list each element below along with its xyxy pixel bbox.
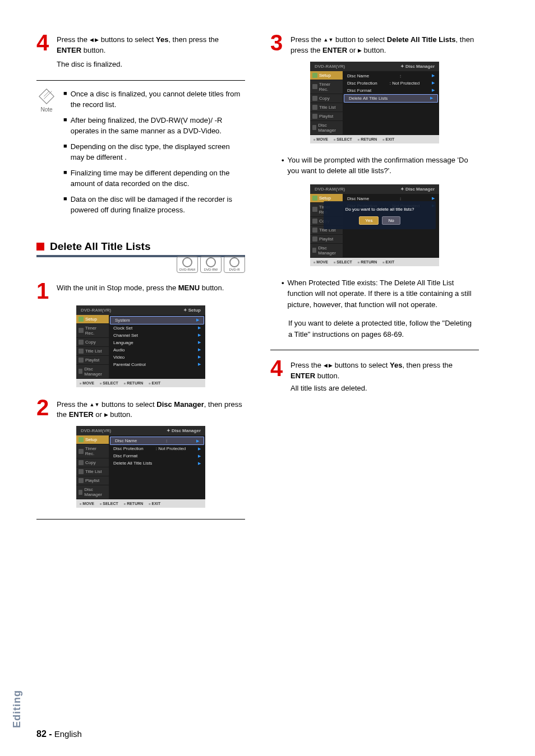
- osd-footer: MOVESELECTRETURNEXIT: [310, 258, 439, 266]
- step-text: buttons to select: [333, 361, 390, 369]
- step-2: 2 Press the ▲▼ buttons to select Disc Ma…: [36, 398, 245, 421]
- step-4-result: The disc is finalized.: [57, 59, 245, 70]
- step-text: or: [347, 46, 358, 54]
- nav-icon: [312, 248, 316, 253]
- osd-row: Disc Protection: Not Protected▶: [343, 80, 439, 87]
- right-icon: ▶: [104, 412, 108, 418]
- section-header: Delete All Title Lists DVD-RAM DVD-RW DV…: [36, 240, 245, 273]
- note-icon: [39, 89, 54, 104]
- osd-nav-item: Timer Rec.: [76, 324, 109, 337]
- osd-nav: Setup Timer Rec. Copy Title List Playlis…: [310, 71, 343, 135]
- left-column: 4 Press the ◀ ▶ buttons to select Yes, t…: [36, 34, 245, 528]
- note-item: ■After being finalized, the DVD-RW(V mod…: [63, 115, 245, 137]
- step-number: 4: [270, 359, 286, 394]
- disc-icon: DVD-R: [224, 256, 245, 273]
- info-bullet: •You will be prompted with the confirmat…: [282, 155, 473, 177]
- step-number: 4: [36, 34, 52, 56]
- bullet-text: You will be prompted with the confirmati…: [288, 155, 473, 177]
- osd-nav-item: Setup: [76, 315, 109, 323]
- note-text: Depending on the disc type, the displaye…: [71, 141, 245, 163]
- nav-icon: [79, 469, 84, 474]
- step-text: Press the: [57, 400, 90, 409]
- nav-icon: [312, 236, 317, 242]
- nav-icon: [79, 358, 84, 363]
- osd-row: Channel Set▶: [109, 332, 205, 339]
- osd-row: Video▶: [109, 354, 205, 361]
- yes-button: Yes: [359, 216, 379, 225]
- note-item: ■Depending on the disc type, the display…: [63, 141, 245, 163]
- osd-row: Audio▶: [109, 346, 205, 354]
- arrow-icon: ▶: [198, 447, 201, 451]
- osd-nav-item: Copy: [310, 94, 343, 103]
- osd-row: Disc Protection: Not Protected▶: [109, 445, 205, 452]
- yes-label: Yes: [390, 361, 402, 369]
- step-number: 3: [270, 34, 286, 56]
- note-label: Note: [40, 106, 52, 113]
- disc-icon: DVD-RAM: [177, 256, 198, 273]
- section-title: Delete All Title Lists: [50, 240, 151, 253]
- osd-title-left: DVD-RAM(VR): [81, 428, 111, 433]
- arrow-icon: ▶: [432, 73, 435, 78]
- osd-nav-item: Timer Rec.: [76, 444, 109, 458]
- nav-icon: [312, 105, 317, 110]
- osd-nav: Setup Timer Rec. Copy Title List Playlis…: [76, 435, 109, 499]
- enter-label: ENTER: [322, 46, 347, 54]
- osd-title-right: Disc Manager: [405, 187, 435, 192]
- divider: [36, 519, 245, 520]
- nav-icon: [312, 207, 317, 212]
- note-block: Note ■Once a disc is finalized, you cann…: [36, 80, 245, 220]
- arrow-icon: ▶: [432, 196, 435, 201]
- note-item: ■Data on the disc will be damaged if the…: [63, 194, 245, 216]
- osd-footer: MOVESELECTRETURNEXIT: [76, 379, 205, 387]
- note-item: ■Finalizing time may be different depend…: [63, 168, 245, 189]
- osd-row: Disc Name:▶: [110, 437, 204, 445]
- nav-icon: [79, 349, 84, 354]
- disc-type-icons: DVD-RAM DVD-RW DVD-R: [36, 256, 245, 273]
- osd-title-left: DVD-RAM(VR): [81, 308, 111, 313]
- enter-label: ENTER: [69, 410, 94, 419]
- arrow-icon: ▶: [198, 355, 201, 359]
- osd-nav-item: Copy: [76, 458, 109, 467]
- note-text: After being finalized, the DVD-RW(V mode…: [71, 115, 245, 137]
- step-4-result: All title lists are deleted.: [290, 383, 479, 394]
- osd-disc-manager: DVD-RAM(VR)✦ Disc Manager Setup Timer Re…: [76, 426, 205, 508]
- osd-title-left: DVD-RAM(VR): [315, 64, 345, 69]
- divider: [270, 350, 479, 350]
- osd-nav-item: Disc Manager: [310, 121, 343, 134]
- disc-manager-label: Disc Manager: [156, 400, 204, 409]
- osd-nav-item: Title List: [310, 103, 343, 112]
- nav-icon: [312, 125, 316, 130]
- right-column: 3 Press the ▲▼ button to select Delete A…: [270, 34, 479, 528]
- nav-icon: [312, 228, 317, 233]
- osd-footer: MOVESELECTRETURNEXIT: [310, 135, 439, 143]
- arrow-icon: ▶: [432, 81, 435, 85]
- arrow-icon: ▶: [198, 347, 201, 352]
- nav-icon: [312, 114, 317, 119]
- right-icon: ▶: [358, 48, 362, 53]
- nav-icon: [312, 196, 317, 201]
- osd-row: System▶: [110, 316, 204, 324]
- square-bullet-icon: ■: [63, 115, 67, 137]
- square-bullet-icon: ■: [63, 168, 67, 189]
- arrow-icon: ▶: [432, 88, 435, 92]
- arrow-icon: ▶: [198, 326, 201, 330]
- osd-nav-item: Title List: [76, 347, 109, 355]
- note-text: Data on the disc will be damaged if the …: [71, 194, 245, 216]
- osd-title-right: Disc Manager: [405, 64, 435, 69]
- step-text: button.: [315, 372, 339, 380]
- osd-confirmation-dialog: DVD-RAM(VR)✦ Disc Manager Setup Timer Re…: [310, 184, 439, 266]
- osd-nav-item: Disc Manager: [76, 485, 109, 499]
- confirm-dialog: Do you want to delete all title lists? Y…: [324, 201, 436, 229]
- osd-nav-item: Playlist: [310, 235, 343, 243]
- osd-row: Delete All Title Lists▶: [344, 94, 438, 103]
- osd-row: Disc Format▶: [343, 87, 439, 94]
- square-bullet-icon: ■: [63, 194, 67, 216]
- dialog-message: Do you want to delete all title lists?: [328, 207, 431, 212]
- osd-nav-item: Title List: [76, 467, 109, 476]
- step-text: Press the: [290, 361, 324, 369]
- up-down-icon: ▲▼: [324, 37, 334, 43]
- menu-label: MENU: [178, 284, 200, 292]
- nav-icon: [79, 340, 84, 345]
- arrow-icon: ▶: [198, 454, 201, 458]
- osd-list: Disc Name:▶ Disc Protection: Not Protect…: [343, 71, 439, 135]
